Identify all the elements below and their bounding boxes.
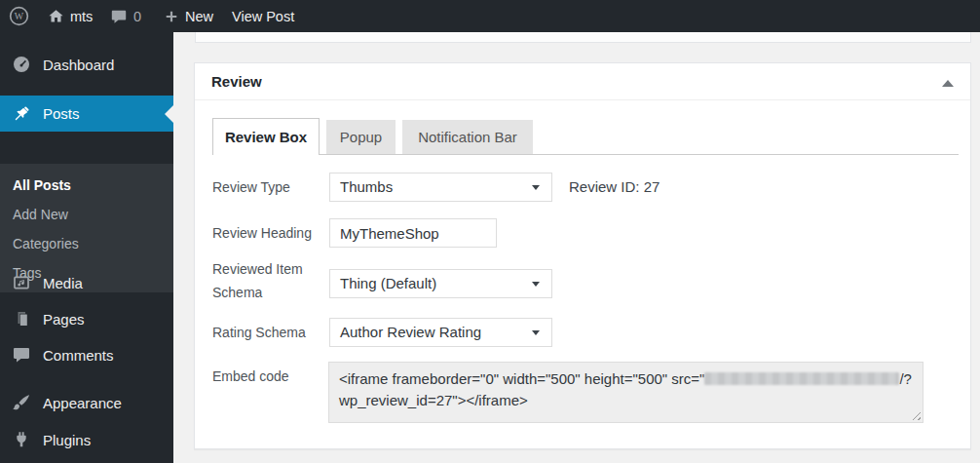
wordpress-logo-menu[interactable]: W bbox=[9, 0, 29, 32]
submenu-label: All Posts bbox=[13, 177, 71, 193]
sidebar-item-posts[interactable]: Posts bbox=[0, 96, 173, 132]
sidebar-item-label: Comments bbox=[43, 347, 114, 364]
textarea-resize-handle[interactable] bbox=[911, 410, 921, 420]
view-post-label: View Post bbox=[232, 9, 294, 24]
rating-schema-label: Rating Schema bbox=[212, 318, 321, 347]
current-menu-arrow-icon bbox=[165, 105, 173, 123]
dashboard-icon bbox=[12, 55, 31, 74]
tabs-underline bbox=[212, 154, 959, 155]
submenu-item-categories[interactable]: Categories bbox=[0, 229, 173, 258]
pages-icon bbox=[12, 309, 31, 328]
embed-code-label: Embed code bbox=[212, 367, 321, 386]
sidebar-item-label: Posts bbox=[43, 105, 80, 122]
metabox-header: Review bbox=[195, 63, 970, 100]
tab-popup[interactable]: Popup bbox=[326, 120, 396, 154]
metabox-title: Review bbox=[211, 63, 262, 100]
comment-bubble-icon bbox=[110, 8, 128, 25]
review-type-select[interactable]: Thumbs bbox=[329, 173, 552, 202]
comments-bubble-link[interactable]: 0 bbox=[110, 0, 141, 32]
tab-review-box[interactable]: Review Box bbox=[212, 118, 320, 155]
home-icon bbox=[48, 8, 64, 24]
tab-label: Popup bbox=[340, 129, 382, 145]
collapse-arrow-icon bbox=[942, 80, 954, 87]
review-id-text: Review ID: 27 bbox=[569, 173, 660, 202]
review-metabox: Review Review Box Popup Notification Bar… bbox=[194, 62, 971, 449]
admin-sidebar: Dashboard Posts All Posts Add New Catego… bbox=[0, 32, 173, 463]
sidebar-item-label: Appearance bbox=[43, 395, 122, 411]
sidebar-item-label: Pages bbox=[43, 311, 85, 328]
embed-code-line2: wp_review_id=27"></iframe> bbox=[339, 390, 913, 411]
tab-label: Notification Bar bbox=[418, 129, 517, 145]
embed-code-textarea[interactable]: <iframe frameborder="0" width="500" heig… bbox=[328, 362, 923, 423]
rating-schema-value: Author Review Rating bbox=[340, 324, 481, 340]
admin-bar: W mts 0 New View Post bbox=[0, 0, 980, 32]
sidebar-item-media[interactable]: Media bbox=[0, 265, 173, 300]
pushpin-icon bbox=[12, 104, 31, 124]
sidebar-item-comments[interactable]: Comments bbox=[0, 337, 173, 372]
site-name-link[interactable]: mts bbox=[48, 0, 93, 32]
site-name-label: mts bbox=[70, 9, 93, 24]
embed-code-line1: <iframe frameborder="0" width="500" heig… bbox=[339, 368, 913, 390]
review-heading-label: Review Heading bbox=[212, 218, 321, 248]
reviewed-item-schema-label: Reviewed Item Schema bbox=[212, 257, 321, 304]
tab-notification-bar[interactable]: Notification Bar bbox=[402, 120, 533, 154]
chevron-down-icon bbox=[532, 330, 540, 335]
review-type-value: Thumbs bbox=[340, 178, 393, 195]
wordpress-logo-icon: W bbox=[9, 6, 29, 26]
sidebar-item-plugins[interactable]: Plugins bbox=[0, 422, 173, 457]
review-heading-input[interactable] bbox=[329, 218, 497, 248]
sidebar-item-dashboard[interactable]: Dashboard bbox=[0, 47, 173, 82]
view-post-link[interactable]: View Post bbox=[232, 0, 294, 32]
submenu-label: Add New bbox=[13, 207, 68, 222]
media-icon bbox=[12, 273, 31, 292]
wordpress-admin-screen: W mts 0 New View Post bbox=[0, 0, 980, 463]
rating-schema-select[interactable]: Author Review Rating bbox=[329, 318, 552, 347]
tab-label: Review Box bbox=[225, 129, 307, 145]
submenu-label: Categories bbox=[13, 236, 79, 251]
new-label: New bbox=[185, 9, 213, 24]
sidebar-item-pages[interactable]: Pages bbox=[0, 301, 173, 336]
chevron-down-icon bbox=[532, 282, 540, 287]
reviewed-item-schema-select[interactable]: Thing (Default) bbox=[329, 269, 552, 298]
reviewed-item-schema-value: Thing (Default) bbox=[340, 275, 436, 291]
blurred-url-region bbox=[704, 372, 899, 385]
svg-text:W: W bbox=[15, 11, 24, 21]
plugins-icon bbox=[12, 430, 31, 449]
comment-count: 0 bbox=[133, 9, 141, 24]
chevron-down-icon bbox=[532, 185, 540, 190]
new-content-menu[interactable]: New bbox=[164, 0, 213, 32]
review-type-label: Review Type bbox=[212, 173, 321, 202]
sidebar-item-label: Dashboard bbox=[43, 57, 114, 73]
appearance-icon bbox=[12, 393, 31, 412]
sidebar-item-label: Media bbox=[43, 275, 83, 291]
submenu-item-all-posts[interactable]: All Posts bbox=[0, 171, 173, 200]
sidebar-item-label: Plugins bbox=[43, 432, 91, 448]
sidebar-item-appearance[interactable]: Appearance bbox=[0, 385, 173, 420]
submenu-item-add-new[interactable]: Add New bbox=[0, 200, 173, 229]
comments-icon bbox=[12, 345, 31, 365]
plus-icon bbox=[164, 9, 179, 24]
metabox-collapse-button[interactable] bbox=[941, 78, 955, 88]
